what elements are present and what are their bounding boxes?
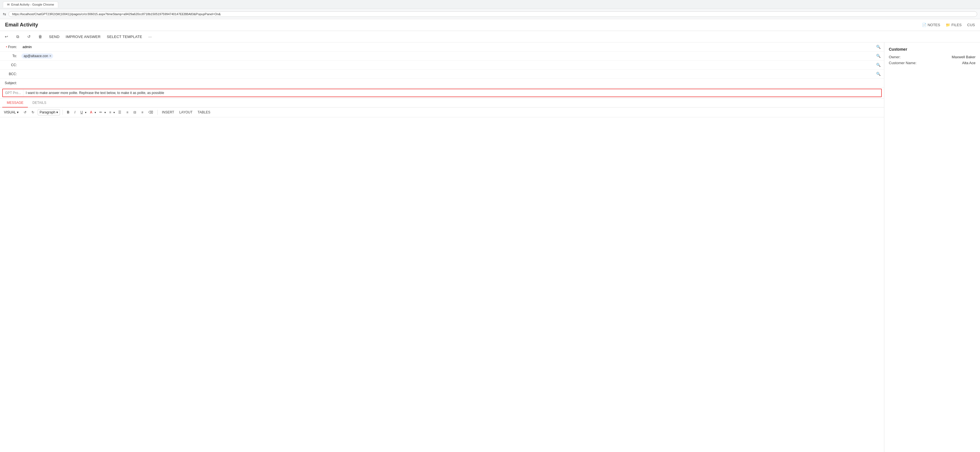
subject-label-text: Subject: — [5, 81, 17, 85]
from-label-text: From: — [8, 45, 17, 49]
gpt-prompt-input[interactable] — [23, 89, 881, 97]
send-label: SEND — [49, 35, 59, 39]
browser-addressbar: ⇆ https://localhost/ChatGPT23R2/(W(10041… — [0, 9, 980, 19]
files-label: FILES — [951, 23, 961, 27]
outdent-button[interactable]: ⊟ — [132, 110, 138, 115]
subject-row: Subject: — [0, 78, 884, 88]
from-search-icon[interactable]: 🔍 — [875, 44, 882, 49]
tab-title: Email Activity - Google Chrome — [11, 3, 54, 6]
bcc-row: BCC: 🔍 — [0, 70, 884, 78]
back-icon: ↩ — [4, 34, 9, 39]
to-row: To: ap@altaace.con × 🔍 — [0, 51, 884, 60]
cc-search-icon[interactable]: 🔍 — [875, 62, 882, 68]
more-options-button[interactable]: ··· — [148, 34, 152, 40]
files-button[interactable]: 📁 FILES — [946, 23, 961, 27]
font-color-button[interactable]: A — [88, 110, 94, 115]
paragraph-dropdown[interactable]: Paragraph ▾ — [38, 109, 60, 115]
align-dropdown[interactable]: ≡ ▾ — [108, 110, 115, 115]
align-button[interactable]: ≡ — [108, 110, 113, 115]
email-fields: • From: 🔍 To: ap@altaace.con × — [0, 43, 884, 99]
customer-name-value: Alta Ace — [962, 61, 975, 65]
tab-details[interactable]: DETAILS — [28, 99, 51, 108]
nav-icon: ⇆ — [3, 12, 6, 16]
gpt-prompt-row: GPT Pro... — [2, 89, 882, 97]
to-chip-remove[interactable]: × — [49, 54, 51, 58]
indent-button[interactable]: ≡ — [140, 110, 145, 115]
from-input[interactable] — [21, 45, 875, 49]
subject-label: Subject: — [0, 80, 20, 87]
cc-label: CC: — [0, 61, 20, 68]
highlight-button[interactable]: ✏ — [98, 110, 104, 115]
rte-redo-button[interactable]: ↻ — [30, 110, 36, 115]
undo-icon: ↺ — [27, 34, 32, 39]
rte-undo-button[interactable]: ↺ — [22, 110, 28, 115]
visual-dropdown[interactable]: VISUAL ▾ — [2, 110, 20, 115]
underline-button[interactable]: U — [79, 110, 85, 115]
improve-answer-button[interactable]: IMPROVE ANSWER — [65, 34, 101, 40]
cc-row: CC: 🔍 — [0, 60, 884, 70]
layout-button[interactable]: LAYOUT — [178, 110, 194, 115]
subject-input-area — [20, 80, 884, 87]
bcc-label-text: BCC: — [9, 72, 17, 76]
tables-button[interactable]: TABLES — [196, 110, 212, 115]
rte-toolbar: VISUAL ▾ ↺ ↻ Paragraph ▾ B I U ▾ A ▾ ✏ ▾ — [0, 108, 884, 117]
header-actions: 📄 NOTES 📁 FILES CUS — [922, 23, 975, 27]
from-label: • From: — [0, 43, 20, 51]
to-label: To: — [0, 53, 20, 60]
underline-dropdown[interactable]: U ▾ — [79, 110, 87, 115]
email-tabs: MESSAGE DETAILS — [0, 99, 884, 108]
cc-input[interactable] — [21, 62, 875, 68]
highlight-dropdown[interactable]: ✏ ▾ — [98, 110, 106, 115]
copy-button[interactable]: ⧉ — [14, 33, 21, 40]
files-icon: 📁 — [946, 23, 950, 27]
list-ordered-button[interactable]: ☰ — [116, 110, 123, 115]
delete-button[interactable]: 🗑 — [37, 33, 43, 40]
notes-button[interactable]: 📄 NOTES — [922, 23, 940, 27]
bcc-input[interactable] — [21, 72, 875, 76]
list-unordered-button[interactable]: ≡ — [125, 110, 130, 115]
owner-value: Maxwell Baker — [951, 55, 975, 59]
cus-label: CUS — [967, 23, 975, 27]
clear-format-button[interactable]: ⌫ — [146, 110, 155, 115]
from-row: • From: 🔍 — [0, 43, 884, 51]
to-input[interactable] — [55, 54, 875, 59]
back-button[interactable]: ↩ — [3, 33, 10, 40]
cc-label-text: CC: — [11, 63, 17, 67]
font-color-chevron-icon: ▾ — [95, 111, 96, 114]
browser-tab[interactable]: ✉ Email Activity - Google Chrome — [3, 2, 58, 8]
select-template-button[interactable]: SELECT TEMPLATE — [106, 34, 143, 40]
customer-section-title: Customer — [889, 47, 975, 51]
paragraph-label: Paragraph — [40, 110, 56, 114]
layout-label: LAYOUT — [179, 110, 192, 114]
bcc-input-area: 🔍 — [20, 70, 884, 78]
copy-icon: ⧉ — [15, 34, 20, 39]
subject-input[interactable] — [21, 81, 882, 86]
highlight-chevron-icon: ▾ — [104, 111, 106, 114]
cus-button[interactable]: CUS — [967, 23, 975, 27]
send-button[interactable]: SEND — [48, 34, 60, 40]
font-color-dropdown[interactable]: A ▾ — [88, 110, 96, 115]
tab-message-label: MESSAGE — [7, 101, 23, 105]
bcc-search-icon[interactable]: 🔍 — [875, 71, 882, 76]
url-bar[interactable]: https://localhost/ChatGPT23R2/(W(10041))… — [8, 11, 977, 17]
to-search-icon[interactable]: 🔍 — [875, 53, 882, 59]
italic-button[interactable]: I — [73, 110, 77, 115]
undo-button[interactable]: ↺ — [26, 33, 32, 40]
improve-answer-label: IMPROVE ANSWER — [65, 35, 100, 39]
insert-label: INSERT — [162, 110, 174, 114]
underline-chevron-icon: ▾ — [85, 111, 86, 114]
visual-label: VISUAL — [4, 110, 16, 114]
bold-button[interactable]: B — [65, 110, 71, 115]
favicon-icon: ✉ — [7, 3, 10, 6]
main-content: • From: 🔍 To: ap@altaace.con × — [0, 43, 980, 452]
customer-name-field: Customer Name: Alta Ace — [889, 61, 975, 65]
editor-area[interactable] — [0, 117, 884, 452]
side-panel: Customer Owner: Maxwell Baker Customer N… — [884, 43, 980, 452]
app-header: Email Activity 📄 NOTES 📁 FILES CUS — [0, 19, 980, 31]
to-input-area: ap@altaace.con × 🔍 — [20, 52, 884, 60]
tab-message[interactable]: MESSAGE — [2, 99, 28, 108]
owner-field: Owner: Maxwell Baker — [889, 55, 975, 59]
browser-titlebar: ✉ Email Activity - Google Chrome — [0, 0, 980, 9]
rte-separator-1 — [62, 110, 63, 115]
insert-button[interactable]: INSERT — [160, 110, 176, 115]
